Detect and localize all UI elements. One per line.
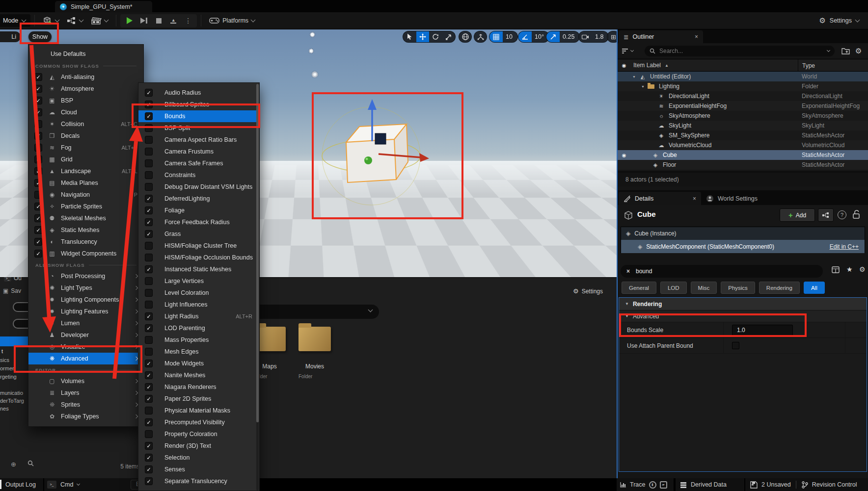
eject-button[interactable]: ▲ [166, 15, 180, 26]
open-blueprint-button[interactable] [818, 208, 834, 222]
submenu-flag-precomputed-visibility[interactable]: ✓Precomputed Visibility [138, 416, 259, 428]
details-settings-gear-icon[interactable]: ⚙ [859, 265, 866, 273]
outliner-row-lighting[interactable]: ▼LightingFolder [618, 81, 868, 91]
camera-speed-toggle[interactable] [579, 31, 592, 43]
checkbox-separate-translucency[interactable]: ✓ [145, 477, 153, 485]
cmd-label[interactable]: Cmd [60, 481, 73, 488]
checkbox-skeletal-meshes[interactable]: ✓ [34, 214, 42, 222]
show-flag-translucency[interactable]: ✓◐Translucency [28, 236, 143, 248]
checkbox-media-planes[interactable]: ✓ [34, 179, 42, 187]
column-type[interactable]: Type [802, 62, 815, 69]
show-flag-foliage-types[interactable]: ✿Foliage Types [28, 411, 143, 422]
section-rendering[interactable]: ▼ Rendering [619, 298, 867, 310]
search-pill-fragment[interactable] [13, 302, 29, 312]
filter-tab-lod[interactable]: LOD [660, 282, 687, 294]
select-tool-button[interactable] [403, 31, 416, 43]
checkbox-paper-2d-sprites[interactable]: ✓ [145, 395, 153, 403]
clear-search-icon[interactable]: × [626, 268, 630, 275]
checkbox-mesh-edges[interactable] [145, 348, 153, 356]
display-options-icon[interactable] [832, 266, 840, 275]
checkbox-translucency[interactable]: ✓ [34, 238, 42, 246]
checkbox-billboard-sprites[interactable]: ✓ [145, 101, 153, 108]
filter-tab-rendering[interactable]: Rendering [759, 282, 800, 294]
unsaved-label[interactable]: 2 Unsaved [761, 481, 791, 488]
checkbox-deferredlighting[interactable]: ✓ [145, 195, 153, 203]
show-flag-atmosphere[interactable]: ✓☀Atmosphere [28, 83, 143, 95]
submenu-flag-selection[interactable]: ✓Selection [138, 452, 259, 464]
show-flag-widget-components[interactable]: ✓▥Widget Components [28, 248, 143, 259]
visibility-column-eye-icon[interactable]: ◉ [618, 63, 630, 68]
show-flag-volumes[interactable]: ▢Volumes [28, 375, 143, 387]
checkbox-property-coloration[interactable] [145, 430, 153, 438]
checkbox-static-meshes[interactable]: ✓ [34, 226, 42, 234]
outliner-row-floor[interactable]: ◈FloorStaticMeshActor [618, 160, 868, 170]
show-flag-decals[interactable]: ✓❐Decals [28, 130, 143, 142]
property-input-bounds-scale[interactable]: 1.0 [732, 325, 793, 336]
submenu-flag-nanite-meshes[interactable]: ✓Nanite Meshes [138, 369, 259, 381]
mode-dropdown[interactable]: Mode [0, 14, 30, 27]
outliner-row-directionallight[interactable]: ☀DirectionalLightDirectionalLight [618, 91, 868, 101]
submenu-flag-hism-foliage-cluster-tree[interactable]: HISM/Foliage Cluster Tree [138, 240, 259, 252]
chevron-down-icon[interactable] [77, 482, 80, 485]
stop-button[interactable] [152, 15, 165, 26]
details-search-input[interactable]: × bound [621, 265, 823, 278]
show-flag-lumen[interactable]: ✶Lumen [28, 317, 143, 329]
derived-data-button[interactable]: Derived Data [676, 478, 744, 491]
rotation-snap-toggle[interactable] [518, 31, 532, 43]
submenu-flag-bounds[interactable]: ✓Bounds [138, 110, 259, 122]
checkbox-light-radius[interactable]: ✓ [145, 312, 153, 320]
submenu-flag-mass-properties[interactable]: Mass Properties [138, 334, 259, 346]
submenu-flag-light-influences[interactable]: Light Influences [138, 299, 259, 310]
favorites-star-icon[interactable]: ★ [846, 265, 853, 273]
property-checkbox-use-attach-parent-bound[interactable] [732, 342, 739, 349]
checkbox-collision[interactable] [34, 120, 42, 128]
checkbox-grid[interactable]: ✓ [34, 155, 42, 163]
show-flag-fog[interactable]: ✓≋FogALT+F [28, 142, 143, 154]
gizmo-origin-ball[interactable] [364, 156, 372, 164]
scale-snap-toggle[interactable] [546, 31, 560, 43]
checkbox-widget-components[interactable]: ✓ [34, 250, 42, 258]
submenu-flag-bsp-split[interactable]: BSP Split [138, 122, 259, 134]
add-source-icon[interactable]: ⊕ [11, 461, 16, 468]
checkbox-hism-foliage-cluster-tree[interactable] [145, 242, 153, 250]
submenu-flag-mesh-edges[interactable]: Mesh Edges [138, 346, 259, 358]
outliner-search-input[interactable]: Search... [645, 46, 835, 56]
edit-in-cpp-link[interactable]: Edit in C++ [830, 243, 859, 250]
add-component-button[interactable]: + Add [780, 208, 815, 222]
submenu-flag-paper-2d-sprites[interactable]: ✓Paper 2D Sprites [138, 393, 259, 405]
world-space-button[interactable] [459, 31, 472, 43]
submenu-flag-camera-aspect-ratio-bars[interactable]: Camera Aspect Ratio Bars [138, 134, 259, 146]
camera-speed-value[interactable]: 1.8 [592, 33, 608, 40]
submenu-flag-camera-safe-frames[interactable]: Camera Safe Frames [138, 157, 259, 169]
submenu-flag-mode-widgets[interactable]: ✓Mode Widgets [138, 358, 259, 369]
output-log-button[interactable]: Output Log [0, 478, 43, 491]
visibility-eye-icon[interactable]: ◉ [618, 153, 630, 158]
chevron-down-icon[interactable] [630, 48, 634, 52]
show-flag-bsp[interactable]: ✓▣BSP [28, 95, 143, 106]
outliner-row-skylight[interactable]: ☁SkyLightSkyLight [618, 121, 868, 130]
tab-outliner[interactable]: ≣ Outliner × [619, 30, 703, 43]
help-button[interactable]: ? [838, 210, 846, 219]
outliner-row-skyatmosphere[interactable]: ☼SkyAtmosphereSkyAtmosphere [618, 111, 868, 121]
move-tool-button[interactable] [416, 31, 430, 43]
checkbox-render-3d-text[interactable]: ✓ [145, 442, 153, 450]
checkbox-fog[interactable]: ✓ [34, 144, 42, 152]
submenu-scrollbar-thumb[interactable] [256, 84, 259, 422]
outliner-row-untitled-editor[interactable]: ▼◭Untitled (Editor)World [618, 72, 868, 81]
show-flag-skeletal-meshes[interactable]: ✓⚉Skeletal Meshes [28, 212, 143, 224]
folder-tile-movies[interactable] [298, 327, 331, 351]
checkbox-decals[interactable]: ✓ [34, 132, 42, 140]
checkbox-bsp[interactable]: ✓ [34, 97, 42, 104]
checkbox-bounds[interactable]: ✓ [145, 112, 153, 120]
submenu-flag-camera-frustums[interactable]: Camera Frustums [138, 146, 259, 157]
checkbox-precomputed-visibility[interactable]: ✓ [145, 418, 153, 426]
checkbox-camera-aspect-ratio-bars[interactable] [145, 136, 153, 144]
output-tab-fragment[interactable]: >_ Ou [4, 275, 22, 282]
blueprints-button[interactable] [63, 14, 87, 27]
gizmo-plane-handle[interactable] [375, 133, 386, 144]
close-icon[interactable]: × [695, 33, 698, 40]
show-flag-media-planes[interactable]: ✓▤Media Planes [28, 177, 143, 189]
drawer-handle[interactable] [0, 480, 1, 489]
rotate-tool-button[interactable] [429, 31, 442, 43]
filter-tab-misc[interactable]: Misc [691, 282, 717, 294]
